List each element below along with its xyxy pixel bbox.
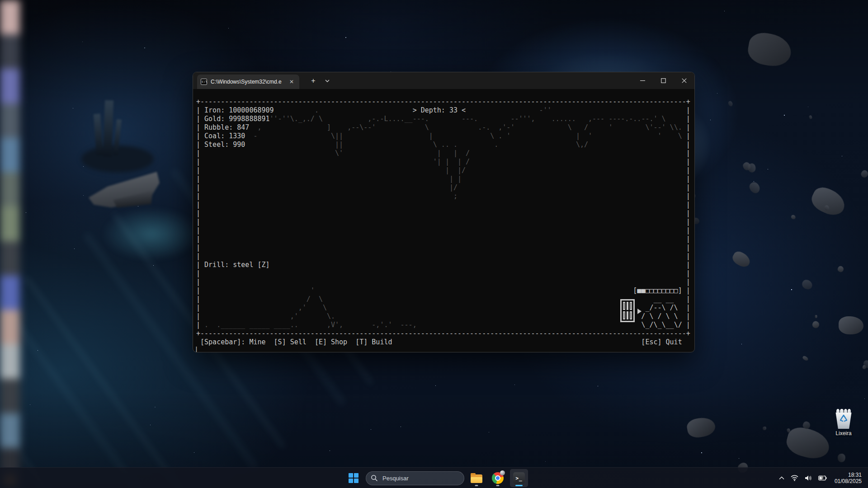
tray-date: 01/08/2025 <box>835 478 862 484</box>
terminal-screen-area[interactable]: +---------------------------------------… <box>193 89 694 352</box>
chrome-icon <box>492 472 504 484</box>
tab-dropdown-button[interactable] <box>321 75 333 87</box>
new-tab-button[interactable]: + <box>307 75 320 87</box>
chrome-button[interactable] <box>489 469 507 487</box>
close-button[interactable] <box>674 72 694 89</box>
base-arrow-icon <box>637 309 642 314</box>
running-indicator <box>496 485 500 486</box>
search-icon <box>371 474 378 483</box>
running-indicator <box>475 485 478 486</box>
active-indicator <box>515 485 523 486</box>
terminal-tab-bar: c:\ C:\Windows\System32\cmd.e ✕ + <box>193 72 694 89</box>
chrome-badge-icon <box>500 470 505 475</box>
start-button[interactable] <box>344 469 363 487</box>
cmd-icon: c:\ <box>201 79 207 85</box>
terminal-icon: >_ <box>513 472 525 484</box>
file-explorer-button[interactable] <box>467 469 486 487</box>
tab-close-icon[interactable]: ✕ <box>288 78 296 86</box>
maximize-button[interactable] <box>653 72 674 89</box>
terminal-tab-title: C:\Windows\System32\cmd.e <box>211 79 284 85</box>
battery-icon[interactable] <box>816 470 829 486</box>
recycle-bin-icon <box>835 409 852 429</box>
terminal-screen: +---------------------------------------… <box>196 89 690 352</box>
recycle-symbol-icon <box>835 414 852 424</box>
windows-logo-icon <box>349 473 359 483</box>
search-input[interactable] <box>366 471 464 485</box>
blurred-thumbnail-strip <box>0 0 20 488</box>
search-box[interactable] <box>366 471 464 485</box>
base-building-art <box>620 299 635 322</box>
wifi-icon[interactable] <box>788 470 801 486</box>
spaceship <box>88 171 160 214</box>
minimize-button[interactable] <box>632 72 653 89</box>
recycle-bin[interactable]: Lixeira <box>832 409 855 436</box>
clock[interactable]: 18:31 01/08/2025 <box>831 472 865 484</box>
tray-chevron-button[interactable] <box>777 470 787 486</box>
terminal-taskbar-button[interactable]: >_ <box>510 469 528 487</box>
terminal-window: c:\ C:\Windows\System32\cmd.e ✕ + <box>193 72 695 352</box>
tray-time: 18:31 <box>835 472 862 478</box>
volume-icon[interactable] <box>802 470 814 486</box>
file-explorer-icon <box>471 474 482 483</box>
terminal-tab[interactable]: c:\ C:\Windows\System32\cmd.e ✕ <box>197 75 299 89</box>
taskbar: >_ <box>0 467 868 488</box>
recycle-bin-label: Lixeira <box>832 430 855 436</box>
